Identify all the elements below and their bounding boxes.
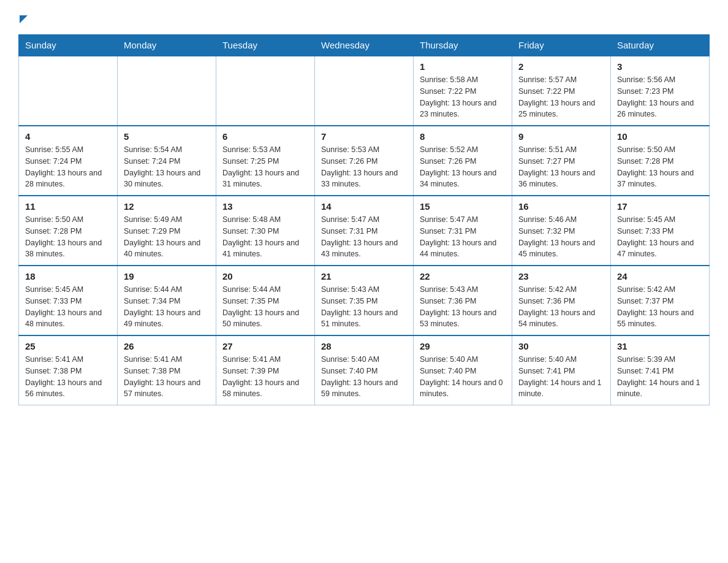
day-info: Sunrise: 5:55 AMSunset: 7:24 PMDaylight:… xyxy=(25,144,111,190)
day-number: 27 xyxy=(222,341,308,351)
day-info: Sunrise: 5:48 AMSunset: 7:30 PMDaylight:… xyxy=(222,214,308,260)
calendar-cell: 10Sunrise: 5:50 AMSunset: 7:28 PMDayligh… xyxy=(611,126,710,196)
day-header-monday: Monday xyxy=(118,35,216,56)
day-header-friday: Friday xyxy=(512,35,611,56)
day-number: 22 xyxy=(420,271,506,282)
day-info: Sunrise: 5:41 AMSunset: 7:39 PMDaylight:… xyxy=(222,354,308,400)
calendar-week-row: 4Sunrise: 5:55 AMSunset: 7:24 PMDaylight… xyxy=(19,126,710,196)
day-info: Sunrise: 5:52 AMSunset: 7:26 PMDaylight:… xyxy=(420,144,506,190)
day-info: Sunrise: 5:47 AMSunset: 7:31 PMDaylight:… xyxy=(420,214,506,260)
day-number: 30 xyxy=(518,341,604,351)
calendar-cell: 26Sunrise: 5:41 AMSunset: 7:38 PMDayligh… xyxy=(118,335,216,405)
day-info: Sunrise: 5:54 AMSunset: 7:24 PMDaylight:… xyxy=(124,144,210,190)
day-info: Sunrise: 5:43 AMSunset: 7:35 PMDaylight:… xyxy=(321,284,407,330)
day-header-sunday: Sunday xyxy=(19,35,118,56)
day-info: Sunrise: 5:45 AMSunset: 7:33 PMDaylight:… xyxy=(617,214,703,260)
calendar-cell: 1Sunrise: 5:58 AMSunset: 7:22 PMDaylight… xyxy=(414,56,512,126)
day-info: Sunrise: 5:39 AMSunset: 7:41 PMDaylight:… xyxy=(617,354,703,400)
day-info: Sunrise: 5:40 AMSunset: 7:41 PMDaylight:… xyxy=(518,354,604,400)
logo xyxy=(18,12,28,23)
calendar-week-row: 18Sunrise: 5:45 AMSunset: 7:33 PMDayligh… xyxy=(19,266,710,335)
day-number: 10 xyxy=(617,131,703,142)
day-info: Sunrise: 5:40 AMSunset: 7:40 PMDaylight:… xyxy=(321,354,407,400)
calendar-cell: 16Sunrise: 5:46 AMSunset: 7:32 PMDayligh… xyxy=(512,196,611,266)
calendar-cell xyxy=(19,56,118,126)
calendar-cell: 14Sunrise: 5:47 AMSunset: 7:31 PMDayligh… xyxy=(315,196,414,266)
day-info: Sunrise: 5:49 AMSunset: 7:29 PMDaylight:… xyxy=(124,214,210,260)
day-info: Sunrise: 5:57 AMSunset: 7:22 PMDaylight:… xyxy=(518,74,604,120)
calendar-cell: 13Sunrise: 5:48 AMSunset: 7:30 PMDayligh… xyxy=(216,196,315,266)
day-number: 7 xyxy=(321,131,407,142)
calendar-cell: 20Sunrise: 5:44 AMSunset: 7:35 PMDayligh… xyxy=(216,266,315,335)
calendar-cell: 21Sunrise: 5:43 AMSunset: 7:35 PMDayligh… xyxy=(315,266,414,335)
day-number: 19 xyxy=(124,271,210,282)
calendar-week-row: 11Sunrise: 5:50 AMSunset: 7:28 PMDayligh… xyxy=(19,196,710,266)
calendar-cell: 17Sunrise: 5:45 AMSunset: 7:33 PMDayligh… xyxy=(611,196,710,266)
day-number: 14 xyxy=(321,201,407,212)
day-info: Sunrise: 5:44 AMSunset: 7:34 PMDaylight:… xyxy=(124,284,210,330)
day-number: 3 xyxy=(617,61,703,72)
day-number: 17 xyxy=(617,201,703,212)
day-info: Sunrise: 5:50 AMSunset: 7:28 PMDaylight:… xyxy=(617,144,703,190)
day-number: 28 xyxy=(321,341,407,351)
calendar-cell: 19Sunrise: 5:44 AMSunset: 7:34 PMDayligh… xyxy=(118,266,216,335)
day-info: Sunrise: 5:40 AMSunset: 7:40 PMDaylight:… xyxy=(420,354,506,400)
day-number: 9 xyxy=(518,131,604,142)
calendar-cell: 6Sunrise: 5:53 AMSunset: 7:25 PMDaylight… xyxy=(216,126,315,196)
day-header-thursday: Thursday xyxy=(414,35,512,56)
day-number: 12 xyxy=(124,201,210,212)
calendar-cell: 29Sunrise: 5:40 AMSunset: 7:40 PMDayligh… xyxy=(414,335,512,405)
day-info: Sunrise: 5:46 AMSunset: 7:32 PMDaylight:… xyxy=(518,214,604,260)
calendar-cell xyxy=(216,56,315,126)
day-info: Sunrise: 5:56 AMSunset: 7:23 PMDaylight:… xyxy=(617,74,703,120)
day-info: Sunrise: 5:43 AMSunset: 7:36 PMDaylight:… xyxy=(420,284,506,330)
calendar-week-row: 1Sunrise: 5:58 AMSunset: 7:22 PMDaylight… xyxy=(19,56,710,126)
day-number: 15 xyxy=(420,201,506,212)
calendar-cell: 11Sunrise: 5:50 AMSunset: 7:28 PMDayligh… xyxy=(19,196,118,266)
day-number: 4 xyxy=(25,131,111,142)
page-header xyxy=(18,12,710,23)
day-info: Sunrise: 5:47 AMSunset: 7:31 PMDaylight:… xyxy=(321,214,407,260)
day-number: 16 xyxy=(518,201,604,212)
calendar-cell: 31Sunrise: 5:39 AMSunset: 7:41 PMDayligh… xyxy=(611,335,710,405)
day-info: Sunrise: 5:42 AMSunset: 7:36 PMDaylight:… xyxy=(518,284,604,330)
day-header-saturday: Saturday xyxy=(611,35,710,56)
day-info: Sunrise: 5:42 AMSunset: 7:37 PMDaylight:… xyxy=(617,284,703,330)
calendar-cell: 22Sunrise: 5:43 AMSunset: 7:36 PMDayligh… xyxy=(414,266,512,335)
day-number: 1 xyxy=(420,61,506,72)
day-number: 29 xyxy=(420,341,506,351)
calendar-cell: 9Sunrise: 5:51 AMSunset: 7:27 PMDaylight… xyxy=(512,126,611,196)
day-info: Sunrise: 5:41 AMSunset: 7:38 PMDaylight:… xyxy=(124,354,210,400)
calendar-cell: 12Sunrise: 5:49 AMSunset: 7:29 PMDayligh… xyxy=(118,196,216,266)
day-header-tuesday: Tuesday xyxy=(216,35,315,56)
day-number: 8 xyxy=(420,131,506,142)
calendar-cell: 28Sunrise: 5:40 AMSunset: 7:40 PMDayligh… xyxy=(315,335,414,405)
calendar-cell: 30Sunrise: 5:40 AMSunset: 7:41 PMDayligh… xyxy=(512,335,611,405)
day-number: 21 xyxy=(321,271,407,282)
calendar-cell: 7Sunrise: 5:53 AMSunset: 7:26 PMDaylight… xyxy=(315,126,414,196)
calendar-cell: 23Sunrise: 5:42 AMSunset: 7:36 PMDayligh… xyxy=(512,266,611,335)
calendar-cell: 3Sunrise: 5:56 AMSunset: 7:23 PMDaylight… xyxy=(611,56,710,126)
day-info: Sunrise: 5:51 AMSunset: 7:27 PMDaylight:… xyxy=(518,144,604,190)
day-number: 25 xyxy=(25,341,111,351)
day-number: 18 xyxy=(25,271,111,282)
calendar-cell: 4Sunrise: 5:55 AMSunset: 7:24 PMDaylight… xyxy=(19,126,118,196)
day-number: 23 xyxy=(518,271,604,282)
day-info: Sunrise: 5:53 AMSunset: 7:26 PMDaylight:… xyxy=(321,144,407,190)
calendar-cell: 25Sunrise: 5:41 AMSunset: 7:38 PMDayligh… xyxy=(19,335,118,405)
day-header-wednesday: Wednesday xyxy=(315,35,414,56)
day-number: 20 xyxy=(222,271,308,282)
day-info: Sunrise: 5:53 AMSunset: 7:25 PMDaylight:… xyxy=(222,144,308,190)
day-number: 26 xyxy=(124,341,210,351)
day-number: 11 xyxy=(25,201,111,212)
calendar-week-row: 25Sunrise: 5:41 AMSunset: 7:38 PMDayligh… xyxy=(19,335,710,405)
day-info: Sunrise: 5:41 AMSunset: 7:38 PMDaylight:… xyxy=(25,354,111,400)
calendar-cell: 15Sunrise: 5:47 AMSunset: 7:31 PMDayligh… xyxy=(414,196,512,266)
calendar-cell: 8Sunrise: 5:52 AMSunset: 7:26 PMDaylight… xyxy=(414,126,512,196)
calendar-cell: 18Sunrise: 5:45 AMSunset: 7:33 PMDayligh… xyxy=(19,266,118,335)
calendar-cell xyxy=(118,56,216,126)
calendar-cell: 5Sunrise: 5:54 AMSunset: 7:24 PMDaylight… xyxy=(118,126,216,196)
calendar-table: SundayMondayTuesdayWednesdayThursdayFrid… xyxy=(18,34,710,405)
day-info: Sunrise: 5:45 AMSunset: 7:33 PMDaylight:… xyxy=(25,284,111,330)
day-number: 6 xyxy=(222,131,308,142)
